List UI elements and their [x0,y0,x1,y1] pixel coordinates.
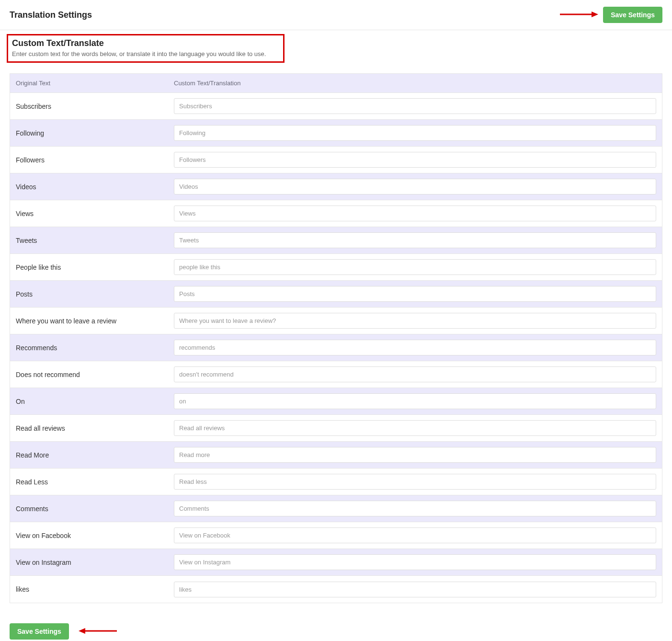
annotation-arrow-icon [79,627,117,636]
custom-text-input[interactable] [174,179,656,195]
custom-text-input[interactable] [174,340,656,355]
header-bar: Translation Settings Save Settings [0,0,672,30]
custom-text-cell [168,496,662,521]
original-text-label: View on Instagram [10,553,168,572]
custom-text-input[interactable] [174,393,656,409]
custom-text-cell [168,254,662,280]
svg-marker-1 [592,11,598,17]
original-text-label: Views [10,204,168,223]
custom-text-cell [168,549,662,575]
table-row: View on Instagram [10,549,662,576]
custom-text-input[interactable] [174,206,656,221]
save-button-bottom[interactable]: Save Settings [10,623,69,640]
original-text-label: View on Facebook [10,526,168,545]
table-row: Tweets [10,227,662,254]
table-row: On [10,388,662,415]
custom-text-input[interactable] [174,527,656,543]
custom-text-cell [168,469,662,494]
custom-text-cell [168,335,662,360]
custom-text-input[interactable] [174,125,656,141]
custom-text-cell [168,228,662,253]
header-actions: Save Settings [560,7,662,23]
table-row: Read all reviews [10,415,662,442]
save-button-top[interactable]: Save Settings [603,7,662,23]
original-text-label: Tweets [10,231,168,250]
original-text-label: People like this [10,258,168,277]
custom-text-cell [168,523,662,548]
custom-text-cell [168,201,662,226]
translation-table: Original Text Custom Text/Translation Su… [10,73,662,603]
custom-text-input[interactable] [174,420,656,436]
annotation-box: Custom Text/Translate Enter custom text … [7,34,285,63]
table-row: Does not recommend [10,361,662,388]
custom-text-input[interactable] [174,366,656,382]
custom-text-cell [168,147,662,172]
col-header-original: Original Text [10,74,168,92]
custom-text-cell [168,415,662,441]
custom-text-cell [168,281,662,307]
custom-text-cell [168,174,662,199]
original-text-label: Videos [10,177,168,196]
original-text-label: Posts [10,285,168,304]
table-row: Following [10,120,662,147]
custom-text-cell [168,577,662,602]
custom-text-input[interactable] [174,582,656,597]
table-row: Read More [10,442,662,469]
svg-marker-3 [79,628,85,634]
translation-table-wrapper: Original Text Custom Text/Translation Su… [0,65,672,613]
custom-text-cell [168,93,662,119]
table-row: Views [10,200,662,227]
col-header-custom: Custom Text/Translation [168,74,662,92]
original-text-label: Followers [10,150,168,170]
original-text-label: Read Less [10,472,168,492]
table-row: Where you want to leave a review [10,308,662,334]
original-text-label: Comments [10,499,168,518]
original-text-label: Read More [10,446,168,465]
original-text-label: likes [10,580,168,599]
table-row: View on Facebook [10,522,662,549]
table-row: Posts [10,281,662,308]
section-header: Custom Text/Translate Enter custom text … [0,30,672,65]
custom-text-input[interactable] [174,152,656,168]
table-row: Subscribers [10,93,662,120]
custom-text-input[interactable] [174,313,656,329]
page-title: Translation Settings [10,10,92,20]
custom-text-cell [168,442,662,468]
table-row: Recommends [10,334,662,361]
custom-text-input[interactable] [174,232,656,248]
custom-text-input[interactable] [174,501,656,516]
table-header-row: Original Text Custom Text/Translation [10,74,662,93]
original-text-label: Read all reviews [10,419,168,438]
table-row: Read Less [10,469,662,495]
section-description: Enter custom text for the words below, o… [12,50,279,57]
original-text-label: Following [10,124,168,143]
table-row: People like this [10,254,662,281]
custom-text-input[interactable] [174,447,656,463]
custom-text-cell [168,308,662,333]
custom-text-input[interactable] [174,554,656,570]
custom-text-cell [168,362,662,387]
original-text-label: On [10,392,168,411]
table-row: likes [10,576,662,603]
section-title: Custom Text/Translate [12,38,279,48]
custom-text-input[interactable] [174,474,656,490]
footer-actions: Save Settings [0,613,672,641]
custom-text-cell [168,120,662,146]
custom-text-input[interactable] [174,259,656,275]
custom-text-cell [168,389,662,414]
original-text-label: Subscribers [10,97,168,116]
table-row: Comments [10,495,662,522]
annotation-arrow-icon [560,11,598,20]
custom-text-input[interactable] [174,286,656,302]
original-text-label: Does not recommend [10,365,168,384]
original-text-label: Recommends [10,338,168,357]
custom-text-input[interactable] [174,98,656,114]
table-row: Videos [10,173,662,200]
original-text-label: Where you want to leave a review [10,311,168,331]
table-row: Followers [10,147,662,173]
